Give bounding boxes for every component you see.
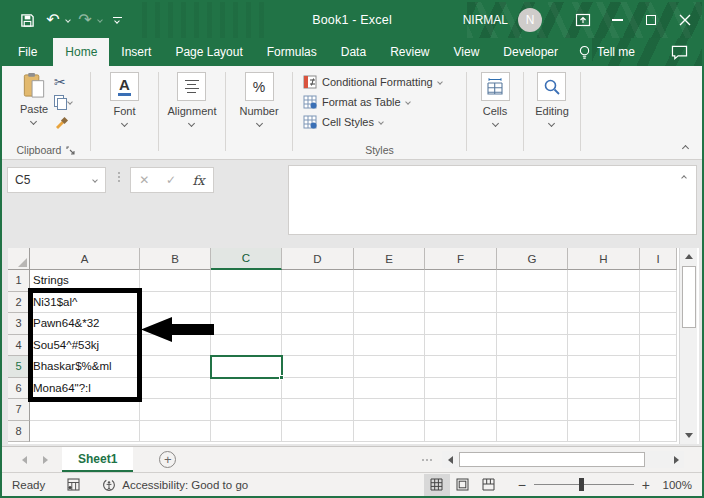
- cell-I5[interactable]: [640, 356, 677, 378]
- cell-D5[interactable]: [282, 356, 354, 378]
- cell-A3[interactable]: Pawn64&*32: [30, 313, 140, 335]
- cell-I7[interactable]: [640, 399, 677, 421]
- cell-D2[interactable]: [282, 292, 354, 314]
- cell-A8[interactable]: [30, 421, 140, 443]
- copy-button[interactable]: [54, 94, 72, 109]
- paste-button[interactable]: Paste: [20, 72, 48, 129]
- number-button[interactable]: % Number: [239, 72, 278, 126]
- column-header-G[interactable]: G: [497, 248, 568, 270]
- row-header-8[interactable]: 8: [8, 421, 30, 443]
- cell-E3[interactable]: [354, 313, 425, 335]
- scroll-up-button[interactable]: [680, 248, 698, 265]
- redo-button[interactable]: ↷: [74, 8, 96, 32]
- cell-H1[interactable]: [568, 270, 640, 292]
- cell-G8[interactable]: [497, 421, 568, 443]
- scroll-left-button[interactable]: [442, 451, 458, 468]
- cell-H7[interactable]: [568, 399, 640, 421]
- zoom-in-button[interactable]: +: [642, 478, 650, 492]
- cell-A4[interactable]: Sou54^#53kj: [30, 335, 140, 357]
- cell-G5[interactable]: [497, 356, 568, 378]
- paste-dropdown-icon[interactable]: [30, 118, 37, 125]
- cell-F8[interactable]: [425, 421, 497, 443]
- selected-cell-C5[interactable]: [210, 355, 283, 379]
- cell-B4[interactable]: [140, 335, 211, 357]
- horizontal-scrollbar-thumb[interactable]: [459, 452, 645, 467]
- cell-G1[interactable]: [497, 270, 568, 292]
- cell-I6[interactable]: [640, 378, 677, 400]
- cell-D8[interactable]: [282, 421, 354, 443]
- cell-D1[interactable]: [282, 270, 354, 292]
- cell-I4[interactable]: [640, 335, 677, 357]
- row-header-2[interactable]: 2: [8, 292, 30, 314]
- cell-G3[interactable]: [497, 313, 568, 335]
- redo-dropdown-icon[interactable]: [97, 17, 103, 23]
- zoom-slider-handle[interactable]: [579, 478, 584, 491]
- cell-G2[interactable]: [497, 292, 568, 314]
- row-header-7[interactable]: 7: [8, 399, 30, 421]
- accessibility-checker-button[interactable]: Accessibility: Good to go: [102, 478, 248, 492]
- format-as-table-button[interactable]: Format as Table: [303, 95, 410, 109]
- save-button[interactable]: [16, 8, 38, 32]
- tab-scroll-splitter[interactable]: [422, 459, 432, 461]
- cell-D7[interactable]: [282, 399, 354, 421]
- cell-F2[interactable]: [425, 292, 497, 314]
- cell-I2[interactable]: [640, 292, 677, 314]
- cell-A1[interactable]: Strings: [30, 270, 140, 292]
- font-button[interactable]: A Font: [110, 72, 139, 126]
- format-painter-button[interactable]: [54, 114, 72, 129]
- cell-B6[interactable]: [140, 378, 211, 400]
- cell-H8[interactable]: [568, 421, 640, 443]
- cell-G7[interactable]: [497, 399, 568, 421]
- close-button[interactable]: [668, 5, 702, 35]
- cell-E2[interactable]: [354, 292, 425, 314]
- cell-A5[interactable]: Bhaskar$%&ml: [30, 356, 140, 378]
- cell-F6[interactable]: [425, 378, 497, 400]
- cell-E7[interactable]: [354, 399, 425, 421]
- column-header-A[interactable]: A: [30, 248, 140, 270]
- customize-quick-access-button[interactable]: [106, 8, 128, 32]
- vertical-scrollbar[interactable]: [679, 248, 697, 444]
- comment-button[interactable]: [671, 38, 688, 66]
- cell-C8[interactable]: [211, 421, 282, 443]
- cancel-entry-icon[interactable]: ✕: [139, 173, 149, 187]
- normal-view-button[interactable]: [424, 474, 450, 496]
- tab-insert[interactable]: Insert: [109, 38, 163, 66]
- minimize-button[interactable]: [600, 5, 634, 35]
- cell-D4[interactable]: [282, 335, 354, 357]
- cell-B3[interactable]: [140, 313, 211, 335]
- select-all-button[interactable]: [8, 248, 30, 270]
- name-box[interactable]: C5: [7, 167, 106, 193]
- cell-E6[interactable]: [354, 378, 425, 400]
- column-header-E[interactable]: E: [354, 248, 425, 270]
- tab-view[interactable]: View: [442, 38, 492, 66]
- vertical-scrollbar-thumb[interactable]: [682, 266, 696, 328]
- cell-H2[interactable]: [568, 292, 640, 314]
- macro-record-button[interactable]: [67, 478, 80, 491]
- cell-G6[interactable]: [497, 378, 568, 400]
- cell-A7[interactable]: [30, 399, 140, 421]
- cell-styles-button[interactable]: Cell Styles: [303, 115, 383, 129]
- cell-E8[interactable]: [354, 421, 425, 443]
- cell-A6[interactable]: Mona64"?:l: [30, 378, 140, 400]
- tab-formulas[interactable]: Formulas: [255, 38, 329, 66]
- collapse-formula-bar-icon[interactable]: [681, 175, 687, 181]
- conditional-formatting-button[interactable]: Conditional Formatting: [303, 75, 442, 89]
- tab-home[interactable]: Home: [53, 38, 109, 66]
- cell-C1[interactable]: [211, 270, 282, 292]
- cell-B8[interactable]: [140, 421, 211, 443]
- previous-sheet-icon[interactable]: [22, 456, 27, 464]
- column-header-C[interactable]: C: [211, 248, 282, 270]
- insert-function-button[interactable]: fx: [193, 173, 205, 188]
- name-box-dropdown-icon[interactable]: [92, 177, 98, 183]
- cell-C4[interactable]: [211, 335, 282, 357]
- cell-C2[interactable]: [211, 292, 282, 314]
- row-header-5[interactable]: 5: [8, 356, 30, 378]
- cell-D6[interactable]: [282, 378, 354, 400]
- cell-H4[interactable]: [568, 335, 640, 357]
- cell-F7[interactable]: [425, 399, 497, 421]
- cell-F3[interactable]: [425, 313, 497, 335]
- cut-button[interactable]: ✂: [54, 74, 72, 89]
- fill-handle[interactable]: [279, 375, 284, 380]
- cell-I8[interactable]: [640, 421, 677, 443]
- row-header-3[interactable]: 3: [8, 313, 30, 335]
